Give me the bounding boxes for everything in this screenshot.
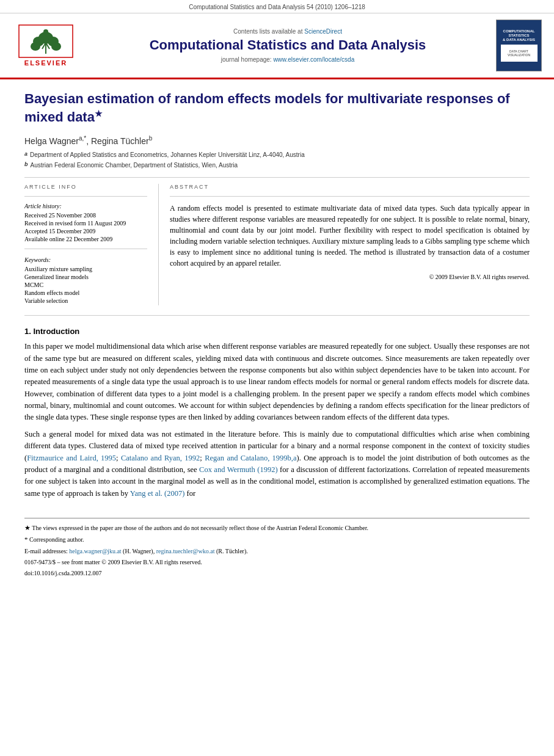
svg-point-6: [31, 42, 40, 51]
journal-main-title: Computational Statistics and Data Analys…: [79, 37, 496, 53]
keyword-2: Generalized linear models: [24, 274, 147, 280]
journal-top-bar: Computational Statistics and Data Analys…: [0, 0, 554, 13]
revised-date: Received in revised form 11 August 2009: [24, 220, 147, 227]
intro-para-1: In this paper we model multidimensional …: [24, 341, 530, 424]
elsevier-brand-text: ELSEVIER: [24, 59, 67, 67]
keyword-4: Random effects model: [24, 289, 147, 296]
affil-1: a Department of Applied Statistics and E…: [24, 150, 530, 159]
divider-4: [170, 196, 530, 197]
journal-homepage: journal homepage: www.elsevier.com/locat…: [79, 56, 496, 63]
intro-para-2: Such a general model for mixed data was …: [24, 429, 530, 500]
authors-line: Helga Wagnera,*, Regina Tüchlerb: [24, 135, 530, 146]
keywords-label: Keywords:: [24, 256, 147, 263]
ref-cox[interactable]: Cox and Wermuth (1992): [199, 465, 278, 474]
ref-regan[interactable]: Regan and Catalano, 1999b,a: [205, 454, 296, 462]
intro-section-heading: 1. Introduction: [24, 327, 530, 336]
abstract-label: ABSTRACT: [170, 184, 530, 190]
journal-citation: Computational Statistics and Data Analys…: [189, 4, 365, 10]
contents-available: Contents lists available at ScienceDirec…: [79, 28, 496, 35]
history-label: Article history:: [24, 203, 147, 209]
ref-fitzmaurice[interactable]: Fitzmaurice and Laird, 1995: [27, 454, 116, 462]
footnote-5: doi:10.1016/j.csda.2009.12.007: [24, 569, 530, 578]
abstract-col: ABSTRACT A random effects model is prese…: [159, 184, 530, 305]
journal-homepage-link[interactable]: www.elsevier.com/locate/csda: [273, 56, 354, 63]
affil-2: b Austrian Federal Economic Chamber, Dep…: [24, 161, 530, 170]
ref-catalano[interactable]: Catalano and Ryan, 1992: [121, 454, 200, 462]
accepted-date: Accepted 15 December 2009: [24, 228, 147, 234]
footnotes-area: ★ The views expressed in the paper are t…: [24, 518, 530, 586]
abstract-text: A random effects model is presented to e…: [170, 203, 530, 269]
elsevier-header: ELSEVIER Contents lists available at Sci…: [0, 13, 554, 79]
email-tuechler[interactable]: regina.tuechler@wko.at: [156, 548, 215, 554]
journal-cover-image: COMPUTATIONAL STATISTICS & DATA ANALYSIS…: [496, 20, 542, 71]
email-wagner[interactable]: helga.wagner@jku.at: [69, 548, 121, 554]
received-date: Received 25 November 2008: [24, 212, 147, 219]
copyright: © 2009 Elsevier B.V. All rights reserved…: [170, 274, 530, 280]
title-asterisk: ★: [95, 109, 103, 118]
divider-3: [24, 249, 147, 249]
keyword-1: Auxiliary mixture sampling: [24, 266, 147, 272]
two-col-layout: ARTICLE INFO Article history: Received 2…: [24, 184, 530, 305]
cover-title-text: COMPUTATIONAL STATISTICS & DATA ANALYSIS: [503, 29, 535, 43]
footnote-4: 0167-9473/$ – see front matter © 2009 El…: [24, 558, 530, 567]
affiliations: a Department of Applied Statistics and E…: [24, 150, 530, 170]
keyword-5: Variable selection: [24, 297, 147, 304]
journal-title-center: Contents lists available at ScienceDirec…: [79, 28, 496, 62]
page-wrapper: Computational Statistics and Data Analys…: [0, 0, 554, 756]
svg-point-7: [51, 42, 61, 51]
footnote-3: E-mail addresses: helga.wagner@jku.at (H…: [24, 547, 530, 556]
divider-1: [24, 177, 530, 178]
footnote-2: * Corresponding author.: [24, 535, 530, 544]
article-info-col: ARTICLE INFO Article history: Received 2…: [24, 184, 159, 305]
divider-5: [24, 315, 530, 316]
divider-2: [24, 196, 147, 197]
online-date: Available online 22 December 2009: [24, 236, 147, 242]
elsevier-logo: ELSEVIER: [12, 24, 79, 67]
elsevier-tree-icon: [18, 24, 73, 58]
keyword-3: MCMC: [24, 282, 147, 288]
sciencedirect-link[interactable]: ScienceDirect: [304, 28, 342, 35]
footnote-1: ★ The views expressed in the paper are t…: [24, 523, 530, 532]
article-info-label: ARTICLE INFO: [24, 184, 147, 190]
svg-point-8: [43, 29, 48, 34]
article-title: Bayesian estimation of random effects mo…: [24, 90, 530, 126]
ref-yang[interactable]: Yang et al. (2007): [130, 489, 185, 498]
main-content: Bayesian estimation of random effects mo…: [0, 79, 554, 598]
